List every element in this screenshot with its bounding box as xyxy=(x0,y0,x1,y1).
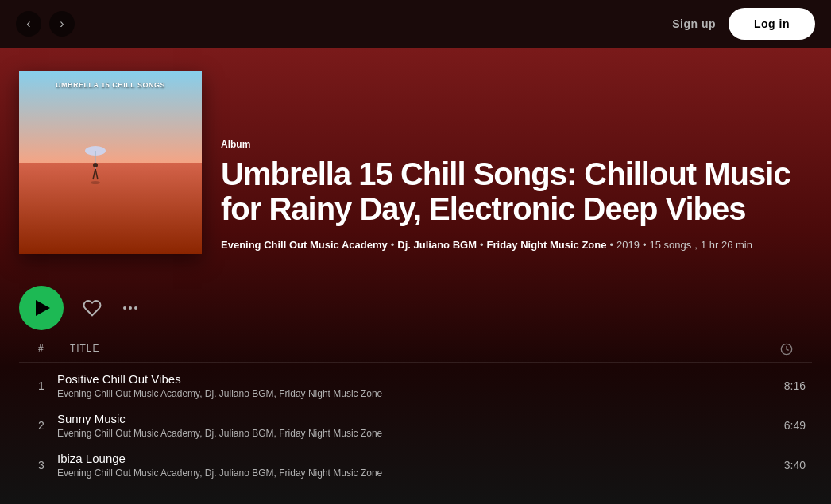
cover-figure xyxy=(83,141,107,185)
album-header: UMBRELLA 15 CHILL SONGS Album Umbrella 1… xyxy=(0,48,831,273)
action-row xyxy=(0,273,831,337)
svg-point-8 xyxy=(134,306,137,310)
track-artists-3: Evening Chill Out Music Academy, Dj. Jul… xyxy=(57,467,742,479)
heart-icon xyxy=(83,298,102,317)
auth-buttons: Sign up Log in xyxy=(672,8,815,40)
cover-text: UMBRELLA 15 CHILL SONGS xyxy=(56,81,165,89)
cover-sea xyxy=(19,163,202,254)
table-row[interactable]: 1 Positive Chill Out Vibes Evening Chill… xyxy=(6,366,825,406)
dot-sep-5: , xyxy=(694,239,698,251)
album-title: Umbrella 15 Chill Songs: Chillout Music … xyxy=(221,156,812,226)
artist-link-2[interactable]: Dj. Juliano BGM xyxy=(397,239,477,251)
table-row[interactable]: 3 Ibiza Lounge Evening Chill Out Music A… xyxy=(6,445,825,485)
col-number: # xyxy=(38,343,70,356)
track-number-1: 1 xyxy=(25,379,57,392)
svg-line-3 xyxy=(95,169,98,179)
track-number-2: 2 xyxy=(25,419,57,432)
track-name-2: Sunny Music xyxy=(57,412,742,425)
top-bar: ‹ › Sign up Log in xyxy=(0,0,831,48)
play-icon xyxy=(36,300,50,316)
album-cover: UMBRELLA 15 CHILL SONGS xyxy=(19,71,202,254)
svg-point-6 xyxy=(123,306,126,310)
album-type-label: Album xyxy=(221,139,812,150)
log-in-button[interactable]: Log in xyxy=(729,8,815,40)
track-info-1: Positive Chill Out Vibes Evening Chill O… xyxy=(57,372,742,399)
track-artists-2: Evening Chill Out Music Academy, Dj. Jul… xyxy=(57,428,742,439)
play-button[interactable] xyxy=(19,286,64,330)
col-title: Title xyxy=(70,343,729,356)
track-duration-2: 6:49 xyxy=(742,419,806,432)
album-duration: 1 hr 26 min xyxy=(701,239,752,251)
track-duration-3: 3:40 xyxy=(742,459,806,471)
album-meta: Evening Chill Out Music Academy • Dj. Ju… xyxy=(221,239,812,251)
table-row[interactable]: 2 Sunny Music Evening Chill Out Music Ac… xyxy=(6,406,825,445)
track-artists-1: Evening Chill Out Music Academy, Dj. Jul… xyxy=(57,388,742,399)
main-content: UMBRELLA 15 CHILL SONGS Album Umbrella 1… xyxy=(0,48,831,504)
album-song-count: 15 songs xyxy=(650,239,692,251)
ellipsis-icon xyxy=(121,298,140,317)
svg-point-4 xyxy=(93,163,98,167)
track-duration-1: 8:16 xyxy=(742,379,806,392)
album-cover-art: UMBRELLA 15 CHILL SONGS xyxy=(19,71,202,254)
dot-sep-4: • xyxy=(643,239,647,251)
forward-button[interactable]: › xyxy=(49,11,75,37)
like-button[interactable] xyxy=(83,298,102,317)
dot-sep-1: • xyxy=(391,239,395,251)
back-button[interactable]: ‹ xyxy=(16,11,41,37)
dot-sep-2: • xyxy=(480,239,484,251)
clock-icon xyxy=(780,343,793,356)
dot-sep-3: • xyxy=(610,239,614,251)
track-name-1: Positive Chill Out Vibes xyxy=(57,372,742,386)
svg-point-5 xyxy=(91,181,100,184)
track-info-3: Ibiza Lounge Evening Chill Out Music Aca… xyxy=(57,452,742,479)
col-duration xyxy=(729,343,793,356)
track-info-2: Sunny Music Evening Chill Out Music Acad… xyxy=(57,412,742,439)
more-options-button[interactable] xyxy=(121,298,140,317)
artist-link-3[interactable]: Friday Night Music Zone xyxy=(487,239,607,251)
album-year: 2019 xyxy=(616,239,640,251)
nav-buttons: ‹ › xyxy=(16,11,75,37)
svg-point-7 xyxy=(129,306,132,310)
album-info: Album Umbrella 15 Chill Songs: Chillout … xyxy=(221,139,812,254)
track-list-header: # Title xyxy=(19,337,812,363)
track-name-3: Ibiza Lounge xyxy=(57,452,742,465)
artist-link-1[interactable]: Evening Chill Out Music Academy xyxy=(221,239,388,251)
track-number-3: 3 xyxy=(25,459,57,471)
sign-up-button[interactable]: Sign up xyxy=(672,17,716,30)
svg-line-2 xyxy=(93,169,95,179)
track-list: 1 Positive Chill Out Vibes Evening Chill… xyxy=(0,363,831,488)
